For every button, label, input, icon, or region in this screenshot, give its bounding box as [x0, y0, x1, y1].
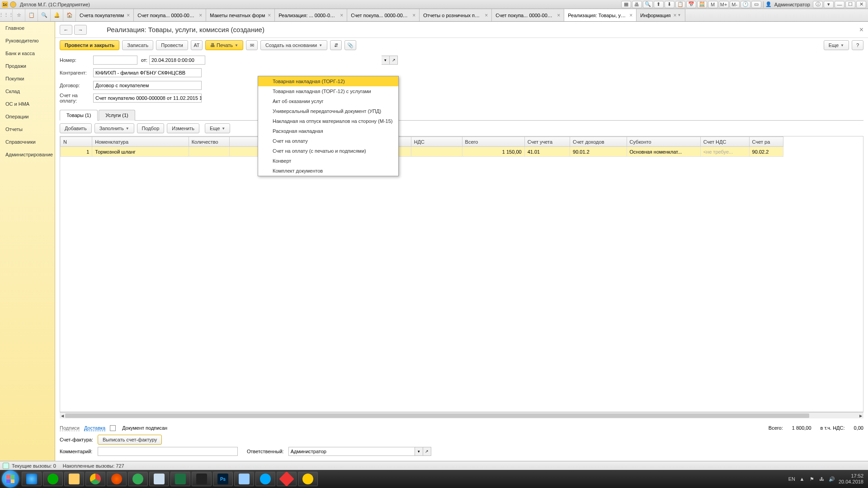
post-close-button[interactable]: Провести и закрыть [60, 40, 119, 50]
task-firefox[interactable] [107, 472, 127, 486]
sidebar-item-main[interactable]: Главное [0, 22, 55, 34]
scroll-thumb[interactable] [65, 413, 809, 418]
print-menu-item[interactable]: Конверт [258, 156, 398, 166]
scroll-right-icon[interactable]: ▶ [858, 413, 863, 419]
col-inc[interactable]: Счет доходов [570, 137, 627, 147]
resp-dropdown-icon[interactable]: ▾ [415, 447, 423, 456]
sidebar-item-ops[interactable]: Операции [0, 110, 55, 123]
print-menu-item[interactable]: Акт об оказании услуг [258, 96, 398, 106]
invoice-input[interactable]: Счет покупателю 0000-000008 от 11.02.201… [93, 94, 202, 103]
calc-icon[interactable]: 🧮 [697, 1, 707, 8]
sf-button[interactable]: Выписать счет-фактуру [98, 435, 162, 445]
tb-icon-5[interactable]: ⬇ [665, 1, 675, 8]
m-btn[interactable]: M [708, 1, 718, 8]
contragent-input[interactable]: КНИИХП - филиал ФГБНУ СКФНЦСВВ [93, 68, 202, 77]
task-app2[interactable] [277, 472, 297, 486]
task-app1[interactable] [234, 472, 254, 486]
close-icon[interactable]: ✕ [856, 1, 866, 8]
sidebar-item-os[interactable]: ОС и НМА [0, 98, 55, 110]
star-icon[interactable]: ☆ [13, 9, 25, 21]
task-torrent[interactable] [128, 472, 148, 486]
sidebar-item-purchases[interactable]: Покупки [0, 72, 55, 85]
print-menu-item[interactable]: Счет на оплату [258, 136, 398, 146]
info-icon[interactable]: ⓘ [813, 1, 823, 8]
tray-net-icon[interactable]: 🖧 [819, 476, 825, 482]
sidebar-item-bank[interactable]: Банк и касса [0, 47, 55, 60]
task-explorer[interactable] [64, 472, 84, 486]
tab-1[interactable]: Счет покупа... 0000-000001× [134, 9, 206, 21]
h-scrollbar[interactable]: ◀ ▶ [60, 412, 863, 418]
minimize-icon[interactable]: — [835, 1, 844, 8]
col-ndsacc[interactable]: Счет НДС [700, 137, 749, 147]
task-skype[interactable] [43, 472, 63, 486]
task-cmd[interactable] [192, 472, 212, 486]
relations-icon[interactable]: ⇵ [330, 40, 342, 50]
sidebar-item-warehouse[interactable]: Склад [0, 85, 55, 98]
tab-close-icon[interactable]: × [674, 12, 677, 19]
tray-flag-icon[interactable]: ⚑ [809, 476, 815, 482]
print-button[interactable]: 🖶 Печать▼ [205, 40, 243, 50]
col-qty[interactable]: Количество [189, 137, 229, 147]
tab-7[interactable]: Реализация: Товары, усл...× [564, 9, 637, 21]
field-open-icon[interactable]: ↗ [390, 56, 398, 65]
table-more-button[interactable]: Еще▼ [205, 123, 230, 133]
tb-icon-6[interactable]: 📋 [675, 1, 685, 8]
sidebar-item-sales[interactable]: Продажи [0, 60, 55, 72]
number-input[interactable] [93, 56, 137, 65]
print-menu-item[interactable]: Комплект документов [258, 166, 398, 176]
email-icon[interactable]: ✉ [246, 40, 258, 50]
nav-back-button[interactable]: ← [60, 25, 72, 35]
task-1c[interactable] [298, 472, 318, 486]
tab-8[interactable]: Информация×▼ [637, 9, 685, 21]
tab-close-icon[interactable]: × [127, 12, 130, 19]
sign-link[interactable]: Подписи [60, 425, 80, 431]
sidebar-item-manager[interactable]: Руководителю [0, 34, 55, 47]
mminus-btn[interactable]: M- [730, 1, 740, 8]
tab-close-icon[interactable]: × [412, 12, 415, 19]
tab-2[interactable]: Макеты печатных форм× [206, 9, 275, 21]
post-button[interactable]: Провести [156, 40, 188, 50]
field-dropdown-icon[interactable]: ▾ [382, 56, 390, 65]
tab-close-icon[interactable]: × [629, 12, 632, 19]
date-input[interactable]: 20.04.2018 0:00:00 [149, 56, 205, 65]
tab-close-icon[interactable]: × [485, 12, 488, 19]
subtab-goods[interactable]: Товары (1) [60, 110, 98, 121]
start-button[interactable] [2, 470, 19, 488]
tab-5[interactable]: Отчеты о розничных прод...× [420, 9, 492, 21]
col-n[interactable]: N [61, 137, 92, 147]
sidebar-item-catalogs[interactable]: Справочники [0, 136, 55, 148]
table[interactable]: N Номенклатура Количество НДС Всего Счет… [60, 136, 863, 412]
tb-icon-7[interactable]: 🕐 [741, 1, 750, 8]
task-chrome[interactable] [85, 472, 105, 486]
mplus-btn[interactable]: M+ [719, 1, 729, 8]
dropdown-icon[interactable]: ▾ [824, 1, 834, 8]
more-button[interactable]: Еще▼ [824, 40, 849, 50]
scroll-left-icon[interactable]: ◀ [60, 413, 65, 419]
apps-icon[interactable]: ⋮⋮⋮ [0, 9, 13, 21]
home-icon[interactable]: 🏠 [63, 9, 76, 21]
calendar-icon[interactable]: 📅 [686, 1, 696, 8]
pick-button[interactable]: Подбор [137, 123, 165, 133]
col-nom[interactable]: Номенклатура [92, 137, 189, 147]
maximize-icon[interactable]: ☐ [845, 1, 855, 8]
tb-icon-8[interactable]: ▭ [751, 1, 761, 8]
tab-3[interactable]: Реализация: ... 0000-000027× [275, 9, 347, 21]
col-sub[interactable]: Субконто [627, 137, 700, 147]
col-exp[interactable]: Счет ра [749, 137, 783, 147]
delivery-link[interactable]: Доставка [84, 425, 105, 431]
print-menu-item[interactable]: Накладная на отпуск материалов на сторон… [258, 116, 398, 126]
tb-icon-4[interactable]: ⬆ [654, 1, 664, 8]
resp-open-icon[interactable]: ↗ [423, 447, 431, 456]
tab-close-icon[interactable]: × [340, 12, 343, 19]
task-excel[interactable] [170, 472, 190, 486]
sidebar-item-admin[interactable]: Администрирование [0, 148, 55, 161]
comment-input[interactable] [98, 447, 238, 456]
tb-icon-1[interactable]: ▦ [621, 1, 631, 8]
search-icon[interactable]: 🔍 [38, 9, 51, 21]
content-close-icon[interactable]: × [859, 26, 863, 34]
sidebar-item-reports[interactable]: Отчеты [0, 123, 55, 136]
print-menu-item[interactable]: Счет на оплату (с печатью и подписями) [258, 146, 398, 156]
task-ie[interactable] [22, 472, 42, 486]
tray-clock[interactable]: 17:5220.04.2018 [839, 473, 863, 485]
tab-close-icon[interactable]: × [557, 12, 560, 19]
